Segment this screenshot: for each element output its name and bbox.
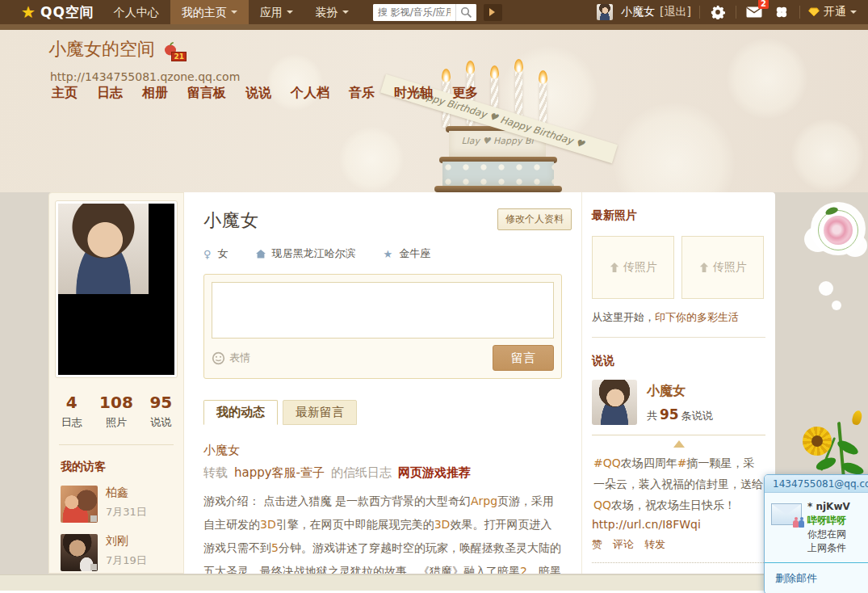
like-link[interactable]: 赞 [592, 537, 602, 552]
mail-sender: 哔呀哔呀 [807, 514, 850, 528]
search-input[interactable] [373, 4, 455, 21]
go-arrow-button[interactable] [484, 4, 502, 21]
visitor-name-link[interactable]: 刘刚 [106, 534, 147, 549]
upload-photo-button[interactable]: 传照片 [592, 236, 674, 299]
candle-flame [514, 59, 523, 73]
candle-flame [442, 69, 451, 82]
space-nav-home[interactable]: 主页 [52, 85, 78, 102]
space-title: 小魔女的空间 21 [48, 37, 179, 61]
space-nav-profile[interactable]: 个人档 [291, 85, 329, 102]
zodiac-value: 金牛座 [399, 246, 430, 261]
feed-author-link[interactable]: 小魔女 [203, 443, 562, 458]
user-avatar[interactable] [597, 4, 613, 20]
chevron-down-icon [342, 11, 349, 17]
delete-mail-link[interactable]: 删除邮件 [775, 572, 817, 584]
chevron-down-icon [287, 11, 293, 17]
corner-marker [90, 515, 97, 522]
space-nav-guestbook[interactable]: 留言板 [187, 85, 226, 102]
print-life-link[interactable]: 印下你的多彩生活 [655, 311, 739, 323]
message-textarea[interactable] [212, 282, 554, 339]
stats-row: 4 日志 108 照片 95 说说 [49, 393, 183, 430]
visitor-item: 柏鑫 7月31日 [61, 486, 183, 523]
birthday-banner: LIay ♥ Happy Bi Happy Birthday ♥ Happy B… [0, 30, 868, 192]
mail-subject[interactable]: * njKwV [807, 500, 850, 514]
leave-message-button[interactable]: 留言 [493, 345, 554, 371]
tab-latest-messages[interactable]: 最新留言 [283, 400, 357, 425]
divider [699, 6, 700, 19]
edit-profile-button[interactable]: 修改个人资料 [497, 208, 572, 230]
space-nav-albums[interactable]: 相册 [142, 85, 168, 102]
visitor-item: 刘刚 7月19日 [61, 534, 183, 571]
space-nav-shuoshuo[interactable]: 说说 [245, 85, 271, 102]
divider [59, 444, 174, 445]
speech-bubble-pointer [673, 435, 685, 448]
mail-popup-body: * njKwV 哔呀哔呀 你想在网 上网条件 [765, 493, 868, 561]
visitor-avatar[interactable] [61, 486, 98, 523]
shuoshuo-profile: 小魔女 共95条说说 [592, 380, 765, 425]
comment-link[interactable]: 评论 [613, 537, 634, 552]
shuoshuo-avatar[interactable] [592, 380, 637, 425]
sunflower-bloom [803, 427, 832, 456]
emoticon-picker[interactable]: 表情 [212, 351, 250, 365]
user-name-link[interactable]: 小魔女 [621, 5, 655, 19]
shuoshuo-post-link[interactable]: http://url.cn/I8FWqi [592, 518, 765, 531]
upload-photo-button[interactable]: 传照片 [681, 236, 764, 299]
shuoshuo-name-link[interactable]: 小魔女 [647, 383, 713, 400]
profile-info-row: ♀ 女 现居黑龙江哈尔滨 ★ 金牛座 [203, 246, 562, 261]
envelope-icon [771, 503, 802, 525]
mail-envelope-icon[interactable]: 2 [744, 2, 764, 22]
search-icon[interactable] [455, 4, 476, 21]
bokeh-circle [614, 103, 735, 192]
space-nav-timeline[interactable]: 时光轴 [394, 85, 433, 102]
candle-flame [466, 61, 475, 74]
upload-arrow-icon [698, 262, 710, 273]
gender-value: 女 [218, 246, 229, 261]
zodiac-star-icon: ★ [384, 248, 393, 260]
stat-shuoshuo[interactable]: 95 说说 [139, 393, 183, 430]
search-box [373, 4, 476, 21]
nav-item-my-homepage[interactable]: 我的主页 [170, 0, 249, 24]
space-nav-more[interactable]: 更多 [452, 85, 478, 102]
nav-item-personal-center[interactable]: 个人中心 [103, 0, 170, 24]
mail-popup-footer: 删除邮件 [765, 563, 868, 593]
visitor-date: 7月19日 [106, 553, 147, 568]
profile-photo[interactable] [58, 204, 174, 375]
nav-item-decorate[interactable]: 装扮 [304, 0, 360, 24]
forward-link[interactable]: 转发 [644, 537, 665, 552]
space-nav-blog[interactable]: 日志 [97, 85, 123, 102]
rose-thought-bubble [811, 202, 868, 323]
footer-bar [0, 574, 868, 591]
farm-clover-icon[interactable] [772, 2, 791, 22]
stat-photos[interactable]: 108 照片 [94, 393, 138, 430]
feed-entry-title-link[interactable]: 网页游戏推荐 [398, 465, 471, 481]
residence-value: 现居黑龙江哈尔滨 [272, 246, 356, 261]
nav-item-apps[interactable]: 应用 [249, 0, 304, 24]
space-nav-music[interactable]: 音乐 [349, 85, 375, 102]
space-url[interactable]: http://1434755081.qzone.qq.com [50, 70, 240, 83]
upload-arrow-icon [609, 262, 620, 273]
message-composer: 表情 留言 [203, 274, 562, 379]
visitor-avatar[interactable] [61, 534, 98, 571]
logout-link[interactable]: [退出] [660, 5, 691, 19]
diamond-icon [808, 7, 820, 17]
profile-photo-image [58, 204, 149, 294]
upgrade-vip-menu[interactable]: 开通 [808, 5, 857, 19]
feed-source-link[interactable]: happy客服-萱子 [234, 465, 325, 481]
stat-blogs[interactable]: 4 日志 [49, 393, 94, 430]
sunflower-bud [851, 410, 863, 426]
star-logo-icon: ★ [21, 4, 36, 20]
mail-snippet-line: 上网条件 [807, 541, 850, 555]
tab-my-feed[interactable]: 我的动态 [203, 400, 278, 425]
shuoshuo-count-number: 95 [657, 406, 681, 423]
feed-action-label: 转载 [203, 465, 228, 481]
mail-notification-popup: 1434755081@qq.com * njKwV 哔呀哔呀 你想在网 上网条件… [764, 474, 868, 593]
main-panel: 小魔女 修改个人资料 ♀ 女 现居黑龙江哈尔滨 ★ 金牛座 表情 [184, 192, 581, 574]
mail-popup-email: 1434755081@qq.com [765, 475, 868, 493]
dotted-divider [592, 562, 765, 563]
header-divider-strip [0, 24, 868, 30]
visitor-name-link[interactable]: 柏鑫 [106, 486, 147, 500]
settings-gear-icon[interactable] [708, 2, 728, 22]
visitors-heading: 我的访客 [61, 460, 183, 474]
qzone-logo[interactable]: ★ QQ空间 [21, 3, 94, 22]
apple-gift-icon[interactable]: 21 [163, 40, 179, 60]
